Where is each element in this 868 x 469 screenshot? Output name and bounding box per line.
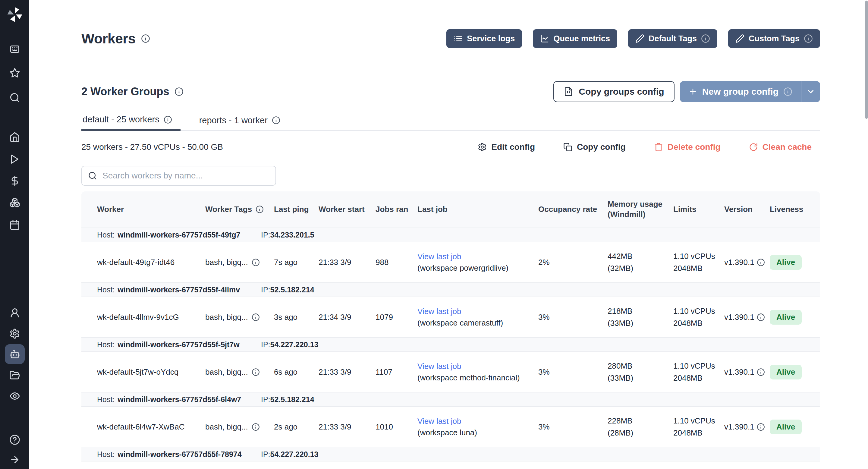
col-worker-start: Worker start [318,205,375,215]
limits-cell: 1.10 vCPUs 2048MB [673,305,724,329]
tab-default[interactable]: default - 25 workers [82,112,181,131]
host-name: windmill-workers-67757d55f-4llmv [118,285,240,294]
info-icon[interactable] [804,34,813,43]
last-ping: 3s ago [274,313,318,322]
worker-tags: bash, bigq... [205,313,274,322]
workers-info-icon[interactable] [141,34,150,43]
info-icon[interactable] [272,116,280,124]
edit-config-button[interactable]: Edit config [478,142,535,152]
eye-icon[interactable] [9,390,20,402]
worker-groups-heading: 2 Worker Groups [82,85,169,98]
occupancy-rate: 2% [538,258,608,267]
worker-groups-info-icon[interactable] [175,87,184,96]
service-logs-button[interactable]: Service logs [446,29,522,48]
new-group-config-button[interactable]: New group config [680,81,820,102]
info-icon[interactable] [164,116,172,124]
worker-start: 21:34 3/9 [318,313,375,322]
occupancy-rate: 3% [538,368,608,377]
keypad-icon[interactable] [9,44,20,55]
worker-row: wk-default-6l4w7-XwBaC bash, bigq... 2s … [82,407,820,447]
scrollbar-thumb[interactable] [865,1,868,119]
copy-config-button[interactable]: Copy config [563,142,626,152]
info-icon[interactable] [252,368,260,376]
host-row: Host: windmill-workers-67757d55f-4llmv I… [82,282,820,297]
info-icon[interactable] [255,205,264,213]
col-last-ping: Last ping [274,205,318,215]
view-last-job-link[interactable]: View last job [417,306,531,317]
jobs-ran: 988 [375,258,417,267]
windmill-logo-icon[interactable] [6,6,23,23]
custom-tags-button[interactable]: Custom Tags [728,29,820,48]
liveness-cell: Alive [770,310,820,324]
info-icon[interactable] [783,87,792,96]
liveness-badge: Alive [770,255,802,270]
chevron-down-icon[interactable] [801,81,820,102]
group-summary-row: 25 workers - 27.50 vCPUs - 50.00 GB Edit… [82,141,812,153]
worker-start: 21:33 3/9 [318,422,375,432]
boxes-icon[interactable] [9,197,20,208]
limits-cell: 1.10 vCPUs 2048MB [673,415,724,439]
worker-name: wk-default-5jt7w-oYdcq [82,368,205,377]
worker-groups-row: 2 Worker Groups Copy groups config [82,81,820,102]
info-icon[interactable] [757,258,765,267]
host-row: Host: windmill-workers-67757d55f-49tg7 I… [82,227,820,242]
worker-name: wk-default-49tg7-idt46 [82,258,205,267]
liveness-cell: Alive [770,365,820,379]
host-ip: IP:54.227.220.13 [261,340,318,349]
table-body: Host: windmill-workers-67757d55f-49tg7 I… [82,227,820,462]
worker-tags: bash, bigq... [205,258,274,267]
info-icon[interactable] [252,258,260,267]
tab-reports[interactable]: reports - 1 worker [198,112,289,131]
home-icon[interactable] [9,132,20,143]
worker-tags: bash, bigq... [205,422,274,432]
search-input[interactable] [102,171,270,181]
star-icon[interactable] [9,67,20,79]
info-icon[interactable] [252,313,260,321]
search-icon[interactable] [9,92,20,103]
memory-usage-cell: 218MB (33MB) [608,305,673,329]
folder-open-icon[interactable] [9,370,20,381]
calendar-icon[interactable] [9,219,20,230]
robot-icon [9,349,20,359]
col-version: Version [724,205,770,215]
copy-groups-config-button[interactable]: Copy groups config [553,81,674,102]
col-worker-tags: Worker Tags [205,205,274,215]
settings-gear-icon[interactable] [9,328,20,339]
info-icon[interactable] [757,368,765,376]
view-last-job-link[interactable]: View last job [417,251,531,262]
host-ip: IP:54.227.220.13 [261,450,318,459]
pen-icon [735,34,744,43]
default-tags-button[interactable]: Default Tags [628,29,717,48]
view-last-job-link[interactable]: View last job [417,361,531,372]
view-last-job-link[interactable]: View last job [417,415,531,427]
group-summary: 25 workers - 27.50 vCPUs - 50.00 GB [82,142,223,152]
sidebar-item-workers[interactable] [5,344,25,364]
delete-config-button[interactable]: Delete config [654,142,721,152]
info-icon[interactable] [252,423,260,431]
info-icon[interactable] [757,423,765,431]
sidebar [0,0,29,469]
host-row: Host: windmill-workers-67757d55f-6l4w7 I… [82,392,820,407]
last-ping: 7s ago [274,258,318,267]
dollar-icon[interactable] [9,176,20,186]
host-name: windmill-workers-67757d55f-78974 [118,450,241,459]
host-ip: IP:52.5.182.214 [261,395,314,404]
pen-icon [635,34,644,43]
jobs-ran: 1107 [375,368,417,377]
worker-row: wk-default-5jt7w-oYdcq bash, bigq... 6s … [82,352,820,392]
info-icon[interactable] [701,34,710,43]
host-row: Host: windmill-workers-67757d55f-5jt7w I… [82,337,820,352]
liveness-badge: Alive [770,365,802,379]
clean-cache-button[interactable]: Clean cache [749,142,812,152]
info-icon[interactable] [757,313,765,321]
jobs-ran: 1010 [375,422,417,432]
file-code-icon [564,87,573,96]
user-icon[interactable] [9,307,20,318]
col-limits: Limits [673,205,724,215]
queue-metrics-button[interactable]: Queue metrics [533,29,617,48]
worker-start: 21:33 3/9 [318,368,375,377]
collapse-arrow-icon[interactable] [9,454,20,465]
help-icon[interactable] [9,434,20,445]
play-icon[interactable] [9,154,20,164]
version-cell: v1.390.1 [724,422,770,432]
